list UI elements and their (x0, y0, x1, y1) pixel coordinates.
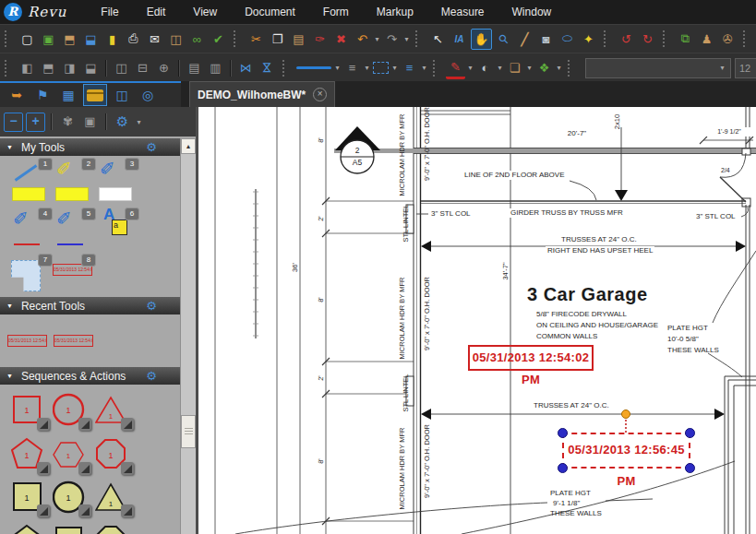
color-icon[interactable]: ✎ (446, 57, 465, 79)
toolbar-grip[interactable] (415, 30, 424, 47)
tool-highlighter[interactable]: 2 ✐ (53, 160, 93, 205)
opacity-dropdown-icon[interactable]: ▾ (496, 64, 504, 72)
zoom-tool-icon[interactable]: ⚲ (490, 25, 518, 53)
menu-document[interactable]: Document (231, 0, 309, 24)
email-icon[interactable]: ✉ (145, 30, 164, 49)
hatch-dropdown-icon[interactable]: ▾ (555, 64, 563, 72)
sequence-hexagon-red[interactable]: 1 (53, 437, 86, 472)
align-top-icon[interactable]: ⬒ (39, 58, 58, 77)
date-stamp-2[interactable]: 05/31/2013 12:56:45 PM (562, 433, 690, 469)
expand-all-button[interactable]: + (26, 113, 45, 132)
section-gear-icon[interactable]: ⚙ (146, 140, 157, 154)
manage-dropdown-icon[interactable]: ▾ (135, 118, 143, 126)
line-style-dropdown-icon[interactable]: ▾ (363, 64, 371, 72)
attachment-icon[interactable]: ✇ (718, 30, 738, 49)
tool-pen-white[interactable]: 3 ✐ (96, 160, 137, 205)
sequence-square-olive[interactable]: 1 (11, 480, 44, 515)
tool-pen-blue-underline[interactable]: 5 ✐ (53, 210, 93, 255)
toolbar-grip[interactable] (5, 60, 13, 77)
hatch-icon[interactable]: ❖ (534, 58, 554, 77)
tool-pen-red-underline[interactable]: 4 ✐ (9, 210, 50, 255)
date-stamp-1[interactable]: 05/31/2013 12:54:02 PM (468, 345, 594, 371)
toolbar-grip[interactable] (433, 60, 441, 77)
fill-style-icon[interactable]: ≡ (400, 58, 419, 77)
menu-edit[interactable]: Edit (133, 0, 180, 24)
border-style-dropdown-icon[interactable]: ▾ (390, 64, 399, 72)
spaces-panel-icon[interactable]: ◎ (137, 85, 159, 105)
menu-file[interactable]: File (87, 0, 132, 24)
selection-handle-se[interactable] (685, 463, 695, 473)
layers-dropdown-icon[interactable]: ▾ (525, 64, 534, 72)
tool-text-note[interactable]: 6 A a (96, 210, 137, 255)
save-icon[interactable]: ⬓ (81, 30, 101, 49)
section-header-recent-tools[interactable]: ▼ Recent Tools ⚙ (0, 297, 181, 314)
redo-icon[interactable]: ↷ (382, 30, 402, 49)
combine-icon[interactable]: ◫ (166, 30, 186, 49)
drawing-canvas[interactable]: 20'-7" 1'-9 1/2" 2x10 LINE OF 2ND FLOOR … (198, 107, 756, 534)
align-left-icon[interactable]: ◧ (18, 58, 37, 77)
line-width-sample[interactable] (296, 66, 331, 69)
line-style-icon[interactable]: ≡ (342, 58, 362, 77)
rotation-handle[interactable] (621, 409, 630, 419)
print-icon[interactable]: ⎙ (124, 30, 143, 49)
arrange-icon[interactable]: ▤ (185, 58, 204, 77)
section-header-my-tools[interactable]: ▼ My Tools ⚙ (0, 138, 181, 156)
spellcheck-icon[interactable]: ✔ (209, 30, 228, 49)
font-select[interactable]: ▾ (585, 58, 731, 78)
sequence-triangle-red[interactable]: 1 (95, 393, 128, 428)
selection-handle-ne[interactable] (685, 428, 695, 438)
open-icon[interactable]: ▣ (39, 30, 58, 49)
flip-horizontal-icon[interactable]: ⋈ (236, 58, 256, 77)
profiles-icon[interactable]: ▮ (102, 30, 122, 49)
document-tab[interactable]: DEMO_WilhomeBW* × (189, 81, 335, 107)
tool-date-stamp[interactable]: 8 05/31/2013 12:54:02 PM (53, 256, 93, 279)
distribute-vertical-icon[interactable]: ⊟ (133, 58, 152, 77)
toolbar-grip[interactable] (568, 60, 576, 77)
align-bottom-icon[interactable]: ⬓ (81, 58, 101, 77)
toolbar-grip[interactable] (5, 30, 13, 47)
lasso-icon[interactable]: ⬭ (558, 30, 577, 49)
copy-icon[interactable]: ❐ (268, 30, 287, 49)
toolbar-grip[interactable] (604, 30, 612, 47)
sequence-triangle-olive[interactable]: 1 (95, 480, 128, 515)
layers-icon[interactable]: ❏ (505, 58, 524, 77)
select-tool-icon[interactable]: ↖ (428, 30, 448, 49)
scrollbar-thumb[interactable] (181, 415, 196, 448)
selection-handle-sw[interactable] (558, 463, 568, 473)
align-right-icon[interactable]: ◨ (60, 58, 79, 77)
paste-icon[interactable]: ▤ (289, 30, 308, 49)
fill-style-dropdown-icon[interactable]: ▾ (420, 64, 428, 72)
measure-tool-icon[interactable]: ╱ (515, 30, 534, 49)
section-gear-icon[interactable]: ⚙ (146, 369, 157, 383)
measurements-panel-icon[interactable]: ◫ (111, 85, 133, 105)
legacy-tools-icon[interactable]: ✾ (58, 113, 78, 132)
rotate-right-icon[interactable]: ↻ (638, 30, 657, 49)
revu-logo-icon[interactable]: R (4, 3, 22, 21)
search-icon[interactable]: ∞ (187, 30, 207, 49)
cut-icon[interactable]: ✂ (246, 30, 266, 49)
hyperlink-icon[interactable]: ⧉ (676, 30, 695, 49)
undo-icon[interactable]: ↶ (353, 30, 372, 49)
section-gear-icon[interactable]: ⚙ (146, 299, 157, 313)
menu-measure[interactable]: Measure (427, 0, 498, 24)
close-tab-icon[interactable]: × (313, 88, 327, 101)
redo-dropdown-icon[interactable]: ▾ (402, 35, 411, 43)
sequence-square-red[interactable]: 1 (11, 393, 44, 428)
select-text-icon[interactable]: IA (450, 30, 469, 49)
sequence-circle-olive[interactable]: 1 (53, 480, 86, 515)
menu-form[interactable]: Form (309, 0, 363, 24)
snapshot-icon[interactable]: ◙ (536, 30, 556, 49)
sequence-square-olive-2[interactable] (53, 524, 86, 534)
collapse-all-button[interactable]: − (4, 113, 23, 132)
new-file-icon[interactable]: ▢ (18, 30, 37, 49)
tool-highlight-line[interactable]: 1 (9, 160, 50, 205)
menu-markup[interactable]: Markup (363, 0, 427, 24)
distribute-horizontal-icon[interactable]: ◫ (112, 58, 131, 77)
format-painter-icon[interactable]: ✑ (310, 30, 330, 49)
center-icon[interactable]: ⊕ (154, 58, 174, 77)
rotate-left-icon[interactable]: ↺ (617, 30, 636, 49)
font-size-select[interactable]: 12 ▾ (735, 58, 756, 78)
sequence-octagon-red[interactable]: 1 (95, 437, 128, 472)
arrange-alt-icon[interactable]: ▥ (206, 58, 225, 77)
border-style-icon[interactable] (373, 62, 389, 74)
